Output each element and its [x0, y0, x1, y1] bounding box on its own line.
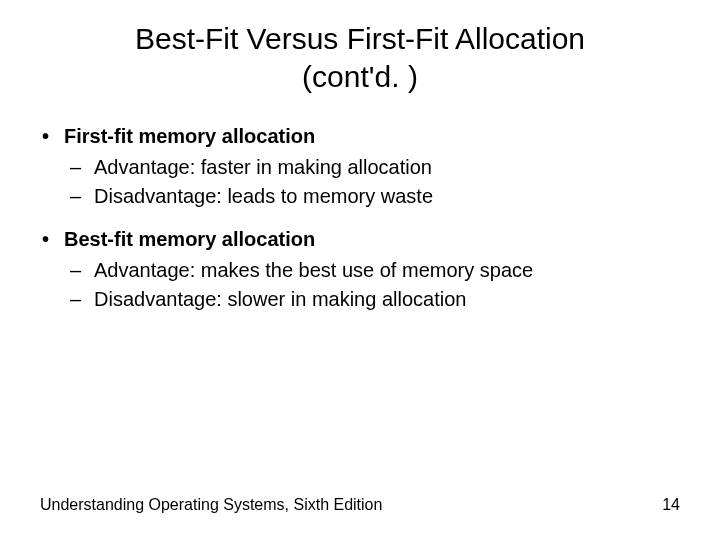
slide-content: • First-fit memory allocation – Advantag… [40, 123, 680, 313]
sub-item-text: Advantage: makes the best use of memory … [94, 257, 533, 284]
sub-item-text: Disadvantage: slower in making allocatio… [94, 286, 466, 313]
footer-text: Understanding Operating Systems, Sixth E… [40, 496, 382, 514]
dash-icon: – [70, 154, 94, 181]
sub-item: – Advantage: makes the best use of memor… [40, 257, 680, 284]
page-number: 14 [662, 496, 680, 514]
slide-title: Best-Fit Versus First-Fit Allocation (co… [40, 20, 680, 95]
slide-footer: Understanding Operating Systems, Sixth E… [40, 496, 680, 514]
bullet-icon: • [40, 123, 64, 150]
sub-item: – Disadvantage: leads to memory waste [40, 183, 680, 210]
title-line-1: Best-Fit Versus First-Fit Allocation [135, 22, 585, 55]
bullet-heading: Best-fit memory allocation [64, 226, 315, 253]
dash-icon: – [70, 286, 94, 313]
sub-item-text: Advantage: faster in making allocation [94, 154, 432, 181]
sub-item-text: Disadvantage: leads to memory waste [94, 183, 433, 210]
title-line-2: (cont'd. ) [302, 60, 418, 93]
bullet-heading: First-fit memory allocation [64, 123, 315, 150]
dash-icon: – [70, 257, 94, 284]
bullet-best-fit: • Best-fit memory allocation [40, 226, 680, 253]
sub-item: – Disadvantage: slower in making allocat… [40, 286, 680, 313]
sub-item: – Advantage: faster in making allocation [40, 154, 680, 181]
bullet-icon: • [40, 226, 64, 253]
bullet-first-fit: • First-fit memory allocation [40, 123, 680, 150]
dash-icon: – [70, 183, 94, 210]
